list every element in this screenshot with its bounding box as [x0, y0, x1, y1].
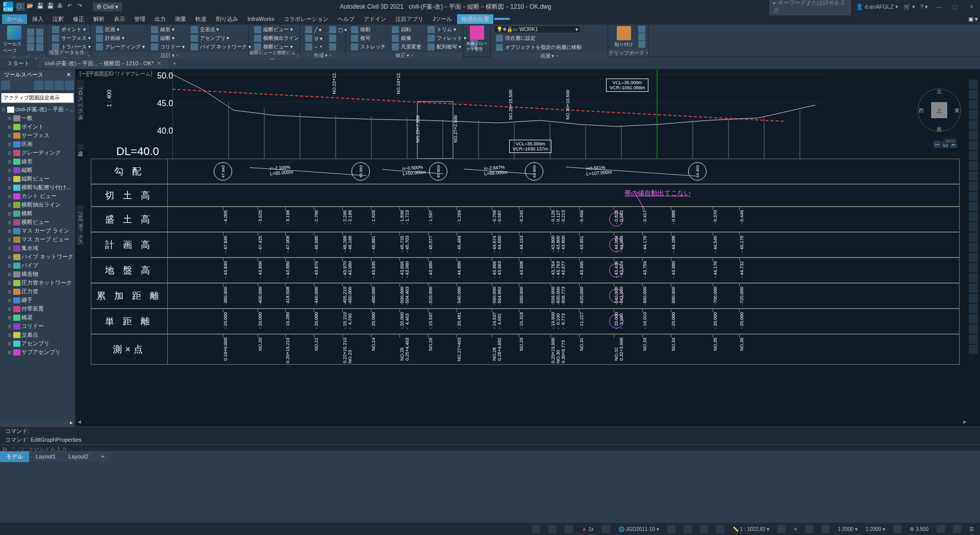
nav-icon[interactable]	[969, 294, 978, 303]
open-icon[interactable]: 📂	[27, 3, 35, 11]
points-button[interactable]: ポイント ▾	[50, 26, 93, 34]
sb-menu-icon[interactable]: ☰	[967, 526, 976, 532]
nav-icon[interactable]	[969, 253, 978, 262]
nav-icon[interactable]	[969, 222, 978, 232]
settings-tab[interactable]: 設定	[77, 144, 84, 150]
pipenetwork-button[interactable]: パイプ ネットワーク ▾	[189, 43, 254, 51]
ts-icon[interactable]	[1, 81, 10, 90]
tree-item[interactable]: ⊞カント ビュー	[1, 192, 74, 200]
sb-icon[interactable]	[530, 525, 542, 533]
add-layout-button[interactable]: +	[95, 452, 110, 461]
tree-item[interactable]: ⊞区画	[1, 140, 74, 148]
tab-geolocation[interactable]: 地理的位置	[457, 14, 493, 24]
nav-icon[interactable]	[969, 100, 978, 109]
scroll-right-icon[interactable]: ▸	[68, 419, 75, 426]
tree-item[interactable]: ⊞継手	[1, 296, 74, 304]
toolspace-button[interactable]: ツールスペース	[3, 26, 25, 54]
tree-item[interactable]: ⊞縦断	[1, 166, 74, 174]
palette-icon[interactable]	[27, 44, 34, 51]
sb-icon[interactable]	[775, 525, 788, 533]
nav-icon[interactable]	[969, 161, 978, 170]
nav-icon[interactable]	[969, 141, 978, 150]
tree-item[interactable]: ⊞横断ビュー	[1, 218, 74, 226]
scale-button[interactable]: 尺度変更	[390, 43, 423, 51]
tree-item[interactable]: ⊞橋梁	[1, 313, 74, 322]
nav-icon[interactable]	[969, 90, 978, 99]
sb-ratio[interactable]: ⚙ 3.500	[908, 526, 931, 532]
sb-scale-x[interactable]: 🔺 1x	[579, 526, 596, 532]
nav-icon[interactable]	[969, 324, 978, 334]
tab-help[interactable]: ヘルプ	[334, 14, 359, 24]
nav-icon[interactable]	[969, 182, 978, 191]
minimize-button[interactable]: —	[933, 1, 944, 12]
palette-icon[interactable]	[27, 36, 34, 43]
saveas-icon[interactable]: 💾	[47, 3, 55, 11]
tab-home[interactable]: ホーム	[2, 14, 27, 24]
nav-icon[interactable]	[969, 263, 978, 272]
undo-icon[interactable]: ↶	[67, 3, 76, 11]
nav-icon[interactable]	[969, 284, 978, 293]
sb-icon[interactable]	[951, 525, 963, 533]
app-logo[interactable]: CC3D	[3, 2, 13, 12]
parcel-button[interactable]: 区画 ▾	[94, 26, 147, 34]
tree-item[interactable]: ⊞交差点	[1, 330, 74, 339]
tree-item[interactable]: ⊞付帯装置	[1, 304, 74, 313]
command-input[interactable]	[10, 446, 977, 452]
sb-scale3[interactable]: 1:2000 ▾	[864, 526, 887, 532]
nav-icon[interactable]	[969, 335, 978, 344]
tree-item[interactable]: ⊞サブアセンブリ	[1, 348, 74, 356]
draw-button[interactable]: ╱ ▾	[303, 26, 325, 34]
layout1-tab[interactable]: Layout1	[30, 452, 62, 461]
nav-icon[interactable]	[969, 80, 978, 89]
panel-label[interactable]: 画層 ▾	[491, 53, 608, 60]
toolbox-tab[interactable]: ツールボックス	[77, 205, 84, 245]
sb-icon[interactable]	[891, 525, 903, 533]
tab-infraworks[interactable]: InfraWorks	[243, 15, 279, 23]
nav-icon[interactable]	[969, 171, 978, 181]
layer-selector[interactable]: 💡❄🔒▭ WORK1▾	[494, 26, 581, 33]
palette-icon[interactable]	[36, 29, 43, 36]
palette-icon[interactable]	[36, 44, 43, 51]
surface-button[interactable]: サーフェス ▾	[50, 34, 93, 42]
sb-scale[interactable]: 📏 1 : 1022.82 ▾	[731, 526, 772, 532]
sb-scale2[interactable]: 1:2000 ▾	[836, 526, 859, 532]
tab-collab[interactable]: コラボレーション	[280, 14, 333, 24]
tree-item[interactable]: ⊞マス カーブ ライン	[1, 226, 74, 235]
tab-start[interactable]: スタート	[0, 58, 37, 69]
panel-label[interactable]: 作成 ▾	[300, 52, 345, 59]
corridor-button[interactable]: コリドー ▾	[149, 43, 187, 51]
tree-item[interactable]: ⊞横断勾配擦り付け...	[1, 183, 74, 192]
sb-icon[interactable]	[714, 525, 726, 533]
draw-button[interactable]: ⊙ ▾	[303, 34, 325, 42]
draw-button[interactable]: ⌢ ▾	[303, 43, 325, 51]
alignment-button[interactable]: 線形 ▾	[149, 26, 187, 34]
ribbon-collapse-icon[interactable]: ▣ ▾	[968, 16, 978, 22]
sb-icon[interactable]	[819, 525, 832, 533]
setcurrent-button[interactable]: 現在層に設定	[494, 34, 538, 42]
collapse-icon[interactable]: ▶	[963, 419, 967, 424]
new-tab-button[interactable]: +	[169, 60, 180, 66]
layerprops-button[interactable]: 画層プロパティ管理	[466, 26, 487, 52]
match-icon[interactable]	[638, 41, 645, 48]
settings-tree[interactable]: ⊟civil-(F案-改)－平面－... ⊞一般⊞ポイント⊞サーフェス⊞区画⊞グ…	[0, 104, 75, 419]
nav-icon[interactable]	[969, 151, 978, 160]
tree-item[interactable]: ⊞圧力管ネットワーク	[1, 278, 74, 287]
nav-icon[interactable]	[969, 212, 978, 221]
sb-icon[interactable]	[665, 525, 677, 533]
tab-survey[interactable]: 測量	[171, 14, 190, 24]
tree-item[interactable]: ⊞パイプ ネットワーク	[1, 252, 74, 261]
tab-insert[interactable]: 挿入	[28, 14, 47, 24]
panel-label[interactable]: 縦断ビューと横断ビュー	[249, 52, 299, 60]
fillet-button[interactable]: フィレット ▾	[425, 34, 468, 42]
tab-rail[interactable]: 軌道	[191, 14, 211, 24]
search-field[interactable]: ▸ キーワードまたは語句を入力	[769, 0, 851, 15]
tree-item[interactable]: ⊞構造物	[1, 270, 74, 278]
copy-button[interactable]: 複写	[349, 34, 388, 42]
tree-item[interactable]: ⊞マス カーブ ビュー	[1, 235, 74, 244]
tree-item[interactable]: ⊞グレーディング	[1, 148, 74, 157]
tab-modify[interactable]: 修正	[69, 14, 88, 24]
tree-item[interactable]: ⊞圧力管	[1, 287, 74, 296]
workspace-selector[interactable]: ⚙ Civil ▾	[93, 3, 122, 11]
tab-featured[interactable]: 注目アプリ	[391, 14, 428, 24]
nav-icon[interactable]	[969, 314, 978, 323]
